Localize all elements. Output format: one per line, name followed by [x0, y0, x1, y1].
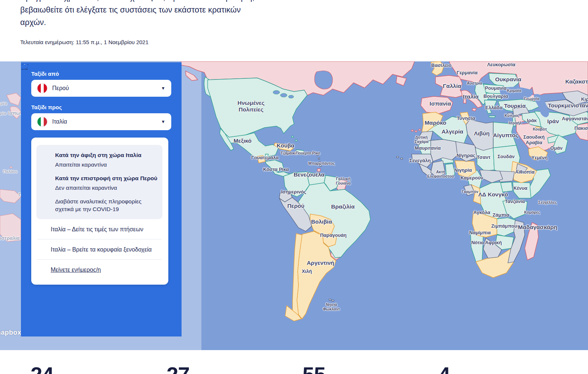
islands-antilles: [319, 161, 320, 163]
flights-link-row[interactable]: Ιταλία – Δείτε τις τιμές των πτήσεων: [36, 219, 162, 239]
islands-bahamas: [295, 140, 297, 141]
stat-value: 27: [166, 364, 190, 374]
stay-informed-row[interactable]: Μείνετε ενήμερος/η: [36, 260, 162, 279]
travel-from-value: Περού: [52, 85, 161, 92]
island-trinidad: [317, 169, 320, 171]
country-bulgaria: [486, 93, 503, 99]
stat-value: 4: [438, 364, 450, 374]
covid-details-link[interactable]: Διαβάστε αναλυτικές πληροφορίες σχετικά …: [55, 197, 157, 213]
return-info-row: Κατά την επιστροφή στη χώρα Περού: [42, 174, 157, 182]
great-lakes: [288, 95, 294, 98]
arrival-status: Απαιτείται καραντίνα: [55, 161, 157, 168]
intro-line-clipped: πραγματικό χρόνο. Ό,τι κι αν σχεδιάζετε,…: [20, 0, 300, 4]
intro-line: βεβαιωθείτε ότι ελέγξατε τις συστάσεις τ…: [20, 4, 300, 16]
world-map[interactable]: ρέαρέαΙαπωνΠαλάουΠΑυστραλίαΗνωμένες Πολι…: [0, 61, 588, 350]
restrictions-card: Κατά την άφιξη στη χώρα Ιταλία Απαιτείτα…: [31, 138, 168, 285]
country-egypt: [493, 122, 516, 148]
island-crete: [489, 116, 495, 118]
travel-from-select[interactable]: Περού ▼: [31, 80, 171, 97]
peru-flag-icon: [37, 83, 47, 93]
country-belize: [265, 154, 268, 159]
stay-informed-link[interactable]: Μείνετε ενήμερος/η: [51, 266, 162, 274]
islands-cape-verde: [401, 158, 403, 159]
return-status: Δεν απαιτείται καραντίνα: [55, 185, 157, 191]
islands-antilles: [317, 154, 318, 156]
hotels-link-row[interactable]: Ιταλία – Βρείτε τα κορυφαία ξενοδοχεία: [36, 239, 162, 259]
islands-canary: [415, 131, 417, 132]
chevron-down-icon: ▼: [161, 119, 165, 124]
islands-antilles: [320, 165, 321, 167]
country-uganda: [501, 182, 513, 192]
great-lakes: [273, 90, 280, 94]
island-cyprus: [508, 113, 513, 115]
flights-link-label: Ιταλία – Δείτε τις τιμές των πτήσεων: [51, 225, 159, 234]
hotels-link-label: Ιταλία – Βρείτε τα κορυφαία ξενοδοχεία: [51, 246, 159, 254]
intro-paragraph: πραγματικό χρόνο. Ό,τι κι αν σχεδιάζετε,…: [20, 0, 300, 29]
islands-antilles: [318, 158, 320, 159]
islands-falkland: [329, 299, 331, 300]
quarantine-info-box: Κατά την άφιξη στη χώρα Ιταλία Απαιτείτα…: [36, 145, 162, 219]
islands-cape-verde: [397, 156, 399, 158]
travel-from-label: Ταξίδι από: [31, 71, 171, 77]
travel-restrictions-panel: Ταξίδι από Περού ▼ Ταξίδι προς Ιταλία ▼: [21, 63, 182, 336]
arrival-info-row: Κατά την άφιξη στη χώρα Ιταλία: [42, 151, 157, 159]
islands-canary: [411, 130, 413, 131]
last-updated-text: Τελευταία ενημέρωση: 11:55 π.μ., 1 Νοεμβ…: [20, 39, 148, 45]
chevron-down-icon: ▼: [161, 86, 165, 91]
stat-value: 24: [31, 364, 54, 374]
islands-bahamas: [291, 136, 294, 138]
island-sardinia: [463, 99, 466, 103]
country-kuwait: [535, 127, 539, 130]
travel-to-label: Ταξίδι προς: [31, 104, 171, 110]
arrival-title: Κατά την άφιξη στη χώρα Ιταλία: [55, 151, 141, 159]
intro-line: αρχών.: [20, 16, 300, 29]
italy-flag-icon: [37, 117, 47, 127]
travel-to-value: Ιταλία: [52, 118, 161, 125]
islands-falkland: [332, 300, 334, 301]
covid-info-row[interactable]: Διαβάστε αναλυτικές πληροφορίες σχετικά …: [42, 197, 157, 213]
great-lakes: [280, 93, 287, 97]
ocean-faded-band: [181, 61, 201, 350]
stat-value: 55: [302, 364, 326, 374]
stats-row: 24 27 55 4: [0, 364, 588, 374]
travel-to-select[interactable]: Ιταλία ▼: [31, 113, 171, 130]
return-title: Κατά την επιστροφή στη χώρα Περού: [55, 174, 157, 182]
islands-canary: [419, 129, 421, 131]
mapbox-logo[interactable]: mapbox: [0, 329, 21, 336]
hudson-bay: [315, 71, 333, 89]
